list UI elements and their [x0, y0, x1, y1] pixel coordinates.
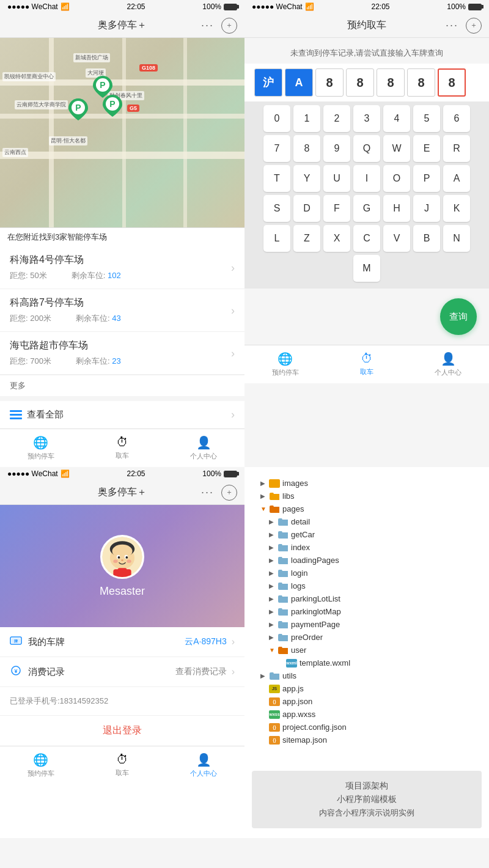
tree-item-app-js[interactable]: ▶ JS app.js — [252, 682, 482, 695]
key-1[interactable]: 1 — [293, 105, 320, 132]
tree-item-app-wxss[interactable]: ▶ wxss app.wxss — [252, 708, 482, 721]
plate-letter[interactable]: A — [285, 68, 313, 97]
plate-digit-1[interactable]: 8 — [315, 68, 344, 97]
add-btn-right[interactable]: ＋ — [466, 18, 482, 34]
parking-pin-3[interactable]: P — [103, 95, 122, 117]
parking-item-3[interactable]: 海屯路超市停车场 距您: 700米 剩余车位: 23 › — [0, 332, 244, 375]
plate-digit-4[interactable]: 8 — [407, 68, 435, 97]
parking-spots-label-2: 剩余车位: 43 — [76, 313, 121, 324]
key-T[interactable]: T — [263, 165, 290, 192]
plate-province[interactable]: 沪 — [254, 68, 282, 97]
logout-button[interactable]: 退出登录 — [0, 716, 244, 746]
more-dots-lb[interactable]: ··· — [201, 486, 214, 499]
nav-pickup[interactable]: ⏱ 取车 — [81, 433, 163, 463]
key-O[interactable]: O — [383, 165, 410, 192]
key-Q[interactable]: Q — [353, 135, 380, 162]
key-7[interactable]: 7 — [263, 135, 290, 162]
key-0[interactable]: 0 — [263, 105, 290, 132]
plate-input-row: 沪 A 8 8 8 8 8 — [244, 64, 489, 101]
key-F[interactable]: F — [323, 195, 350, 222]
tree-item-preOrder[interactable]: ▶ preOrder — [252, 631, 482, 644]
key-B[interactable]: B — [413, 225, 440, 252]
my-plate-item[interactable]: 牌 我的车牌 云A·897H3 › — [0, 627, 244, 657]
key-A[interactable]: A — [443, 165, 470, 192]
battery-icon — [224, 4, 237, 10]
nav-personal[interactable]: 👤 个人中心 — [163, 433, 244, 463]
parking-item-1[interactable]: 科海路4号停车场 距您: 50米 剩余车位: 102 › — [0, 246, 244, 289]
key-E[interactable]: E — [413, 135, 440, 162]
tree-item-user[interactable]: ▼ user — [252, 644, 482, 657]
tree-item-parkingLotList[interactable]: ▶ parkingLotList — [252, 592, 482, 605]
add-btn[interactable]: ＋ — [221, 18, 237, 34]
plate-digit-5[interactable]: 8 — [438, 68, 466, 97]
key-L[interactable]: L — [263, 225, 290, 252]
tree-item-sitemap[interactable]: ▶ {} sitemap.json — [252, 734, 482, 746]
nav-pickup-r[interactable]: ⏱ 取车 — [326, 349, 407, 380]
tree-item-index[interactable]: ▶ index — [252, 541, 482, 554]
map-view[interactable]: 新城吾悦广场 凯锐特邻里商业中心 大河埂 融创春风十里 云南师范大学商学院 昆明… — [0, 38, 244, 227]
nav-personal-r[interactable]: 👤 个人中心 — [408, 349, 489, 380]
tree-item-paymentPage[interactable]: ▶ paymentPage — [252, 618, 482, 631]
key-U[interactable]: U — [323, 165, 350, 192]
tree-item-logs[interactable]: ▶ logs — [252, 579, 482, 592]
key-V[interactable]: V — [383, 225, 410, 252]
key-Y[interactable]: Y — [293, 165, 320, 192]
nav-personal-label-lb: 个人中心 — [190, 769, 217, 778]
tree-item-login[interactable]: ▶ login — [252, 567, 482, 579]
tree-item-pages[interactable]: ▼ pages — [252, 502, 482, 515]
tree-item-app-json[interactable]: ▶ {} app.json — [252, 695, 482, 708]
nav-reserve[interactable]: 🌐 预约停车 — [0, 433, 81, 463]
tree-item-template-wxml[interactable]: ▶ wxml template.wxml — [252, 657, 482, 669]
consumption-item[interactable]: ¥ 消费记录 查看消费记录 › — [0, 657, 244, 687]
key-X[interactable]: X — [323, 225, 350, 252]
more-dots[interactable]: ··· — [201, 19, 214, 32]
tree-item-getCar[interactable]: ▶ getCar — [252, 528, 482, 541]
key-P[interactable]: P — [413, 165, 440, 192]
tree-item-project-config[interactable]: ▶ {} project.config.json — [252, 721, 482, 734]
key-3[interactable]: 3 — [353, 105, 380, 132]
nav-reserve-lb[interactable]: 🌐 预约停车 — [0, 750, 81, 781]
key-M[interactable]: M — [353, 255, 380, 282]
key-I[interactable]: I — [353, 165, 380, 192]
tree-label-pages: pages — [282, 504, 304, 513]
key-4[interactable]: 4 — [383, 105, 410, 132]
key-H[interactable]: H — [383, 195, 410, 222]
parking-pin-2[interactable]: P — [68, 98, 88, 120]
key-C[interactable]: C — [353, 225, 380, 252]
plate-digit-2[interactable]: 8 — [346, 68, 374, 97]
key-G[interactable]: G — [353, 195, 380, 222]
key-N[interactable]: N — [443, 225, 470, 252]
query-button[interactable]: 查询 — [440, 298, 477, 335]
map-badge-g108: G108 — [139, 64, 158, 72]
key-J[interactable]: J — [413, 195, 440, 222]
key-Z[interactable]: Z — [293, 225, 320, 252]
parking-item-2[interactable]: 科高路7号停车场 距您: 200米 剩余车位: 43 › — [0, 289, 244, 332]
more-link[interactable]: 更多 — [0, 375, 244, 396]
key-6[interactable]: 6 — [443, 105, 470, 132]
view-all-btn[interactable]: 查看全部 › — [0, 396, 244, 428]
plate-digit-3[interactable]: 8 — [377, 68, 405, 97]
key-9[interactable]: 9 — [323, 135, 350, 162]
add-btn-lb[interactable]: ＋ — [221, 485, 237, 501]
nav-reserve-r[interactable]: 🌐 预约停车 — [244, 349, 326, 380]
key-8[interactable]: 8 — [293, 135, 320, 162]
tree-arrow-images: ▶ — [260, 480, 269, 487]
more-dots-right[interactable]: ··· — [446, 19, 458, 32]
key-S[interactable]: S — [263, 195, 290, 222]
tree-arrow-login: ▶ — [269, 570, 278, 576]
tree-item-detail[interactable]: ▶ detail — [252, 515, 482, 528]
tree-item-loadingPages[interactable]: ▶ loadingPages — [252, 554, 482, 567]
tree-item-utils[interactable]: ▶ utils — [252, 669, 482, 682]
key-D[interactable]: D — [293, 195, 320, 222]
key-R[interactable]: R — [443, 135, 470, 162]
tree-label-app-js: app.js — [282, 684, 304, 693]
nav-pickup-lb[interactable]: ⏱ 取车 — [81, 750, 163, 781]
key-W[interactable]: W — [383, 135, 410, 162]
nav-personal-lb[interactable]: 👤 个人中心 — [163, 750, 244, 781]
tree-item-libs[interactable]: ▶ libs — [252, 490, 482, 502]
tree-item-images[interactable]: ▶ images — [252, 477, 482, 490]
key-K[interactable]: K — [443, 195, 470, 222]
key-5[interactable]: 5 — [413, 105, 440, 132]
key-2[interactable]: 2 — [323, 105, 350, 132]
tree-item-parkinglotMap[interactable]: ▶ parkinglotMap — [252, 605, 482, 618]
